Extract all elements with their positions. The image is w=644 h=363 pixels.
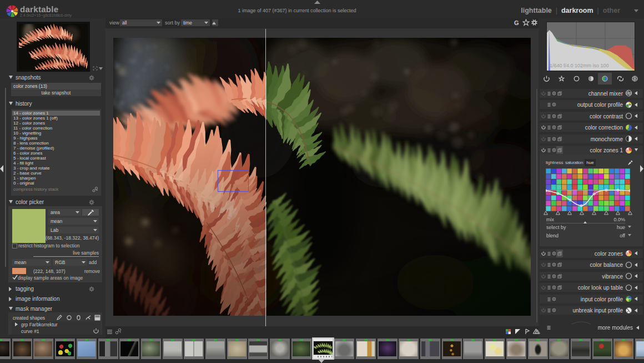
svg-text:1/640 f/4.0 102mm iso 100: 1/640 f/4.0 102mm iso 100 [550,63,609,68]
